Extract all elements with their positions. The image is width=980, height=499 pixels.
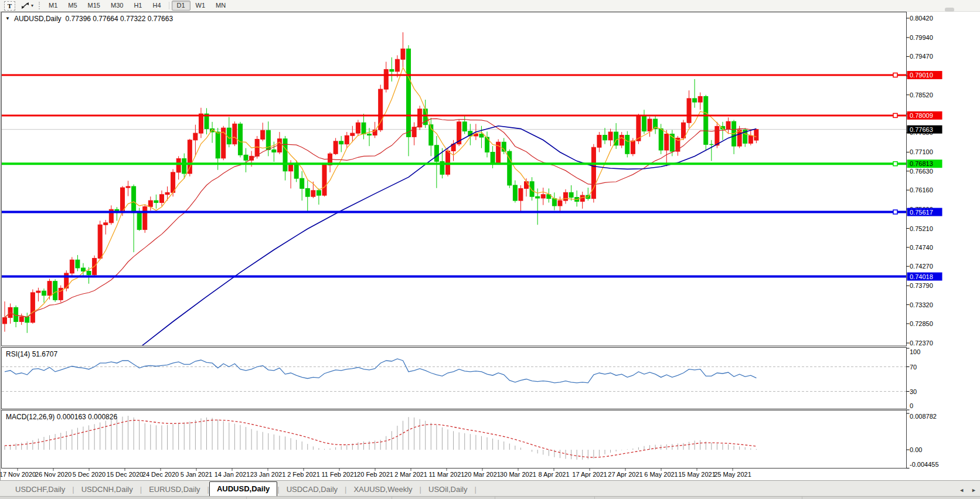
toolbar-grip (39, 2, 40, 9)
symbol-tabs: USDCHF,Daily|USDCNH,Daily|EURUSD,Daily|A… (8, 481, 477, 497)
svg-text:23 Jan 2021: 23 Jan 2021 (250, 471, 286, 478)
svg-text:0.73790: 0.73790 (910, 282, 933, 289)
price-line-handle[interactable] (893, 73, 897, 77)
svg-text:5 Dec 2020: 5 Dec 2020 (73, 471, 106, 478)
svg-text:100: 100 (910, 348, 920, 355)
svg-text:8 Apr 2021: 8 Apr 2021 (538, 471, 569, 478)
toolbar-sliver (945, 8, 954, 12)
toolbar: T ▾ M1M5M15M30H1H4D1W1MN (0, 0, 980, 12)
macd-indicator-label: MACD(12,26,9) 0.000163 0.000826 (6, 413, 117, 421)
price-line-handle[interactable] (893, 162, 897, 166)
svg-text:0.74740: 0.74740 (910, 244, 933, 251)
svg-text:15 Dec 2020: 15 Dec 2020 (107, 471, 143, 478)
tabs-scroll-right-button[interactable]: ► (971, 487, 976, 493)
svg-text:0.77100: 0.77100 (910, 148, 933, 155)
timeframe-button-h4[interactable]: H4 (147, 1, 166, 11)
svg-text:0.78520: 0.78520 (910, 91, 933, 99)
svg-text:2 Feb 2021: 2 Feb 2021 (287, 471, 320, 478)
symbol-tabbar: USDCHF,Daily|USDCNH,Daily|EURUSD,Daily|A… (0, 480, 980, 497)
price-line-handle[interactable] (893, 113, 897, 117)
svg-text:0.76160: 0.76160 (910, 186, 933, 194)
date-axis[interactable]: 17 Nov 202026 Nov 20205 Dec 202015 Dec 2… (0, 469, 751, 478)
tab-usdcad[interactable]: USDCAD,Daily (280, 483, 345, 497)
svg-text:20 Mar 2021: 20 Mar 2021 (464, 471, 501, 478)
tab-separator: | (474, 485, 476, 497)
timeframe-button-m1[interactable]: M1 (43, 1, 63, 11)
svg-text:0.008782: 0.008782 (910, 413, 937, 420)
arrange-windows-button[interactable]: ▾ (21, 2, 33, 9)
svg-text:0.79010: 0.79010 (910, 72, 933, 79)
svg-text:0.72850: 0.72850 (910, 320, 933, 327)
timeframe-button-group: M1M5M15M30H1H4D1W1MN (43, 1, 231, 11)
svg-text:11 Mar 2021: 11 Mar 2021 (429, 471, 465, 478)
pane-frames (2, 12, 907, 469)
trading-app-window: T ▾ M1M5M15M30H1H4D1W1MN ▼ AUDUSD,Daily … (0, 0, 980, 499)
svg-text:0.76813: 0.76813 (910, 160, 933, 167)
svg-text:0.78009: 0.78009 (910, 112, 933, 119)
chevron-down-icon: ▾ (31, 3, 33, 8)
arrange-icon (21, 2, 30, 9)
svg-text:14 Jan 2021: 14 Jan 2021 (215, 471, 250, 478)
timeframe-button-h1[interactable]: H1 (128, 1, 147, 11)
tab-usdchf[interactable]: USDCHF,Daily (8, 483, 72, 497)
svg-text:20 Feb 2021: 20 Feb 2021 (357, 471, 393, 478)
tab-audusd[interactable]: AUDUSD,Daily (209, 481, 277, 497)
svg-text:0.74018: 0.74018 (910, 273, 933, 280)
tabs-scroll-left-button[interactable]: ◄ (959, 487, 964, 493)
tab-xauusd[interactable]: XAUUSD,Weekly (346, 483, 419, 497)
svg-text:30: 30 (910, 388, 917, 395)
svg-text:30 Mar 2021: 30 Mar 2021 (500, 471, 536, 478)
svg-text:70: 70 (910, 364, 917, 371)
timeframe-button-m15[interactable]: M15 (83, 1, 106, 11)
svg-text:25 May 2021: 25 May 2021 (714, 471, 751, 478)
chart-canvas[interactable]: 0.804200.799400.794700.789900.785200.780… (0, 0, 980, 480)
svg-text:5 Jan 2021: 5 Jan 2021 (181, 471, 212, 478)
tab-usoil[interactable]: USOil,Daily (421, 483, 474, 497)
svg-text:11 Feb 2021: 11 Feb 2021 (322, 471, 358, 478)
svg-text:0: 0 (910, 402, 913, 409)
window-left-border (0, 11, 1, 496)
tab-usdcnh[interactable]: USDCNH,Daily (74, 483, 140, 497)
svg-text:-0.004455: -0.004455 (910, 461, 939, 468)
svg-text:0.75210: 0.75210 (910, 225, 933, 232)
collapse-triangle-icon[interactable]: ▼ (5, 16, 10, 21)
timeframe-button-w1[interactable]: W1 (190, 1, 211, 11)
timeframe-button-mn[interactable]: MN (210, 1, 231, 11)
svg-text:26 Nov 2020: 26 Nov 2020 (35, 471, 72, 478)
svg-text:0.73320: 0.73320 (910, 301, 933, 308)
svg-text:24 Dec 2020: 24 Dec 2020 (142, 471, 179, 478)
chart-title-symbol: AUDUSD,Daily (14, 15, 62, 23)
svg-text:0.79470: 0.79470 (910, 53, 933, 60)
svg-text:0.79940: 0.79940 (910, 34, 933, 41)
svg-text:17 Nov 2020: 17 Nov 2020 (0, 471, 36, 478)
price-axis[interactable]: 0.804200.799400.794700.789900.785200.780… (907, 15, 942, 347)
svg-text:0.80420: 0.80420 (910, 15, 933, 22)
svg-text:6 May 2021: 6 May 2021 (644, 471, 678, 478)
chart-title-ohlc: 0.77396 0.77664 0.77322 0.77663 (66, 15, 173, 23)
svg-text:0.75617: 0.75617 (910, 209, 933, 216)
timeframe-button-d1[interactable]: D1 (172, 1, 190, 11)
svg-text:0.76630: 0.76630 (910, 168, 933, 175)
rsi-indicator-label: RSI(14) 51.6707 (6, 350, 57, 358)
tab-eurusd[interactable]: EURUSD,Daily (142, 483, 207, 497)
timeframe-button-m5[interactable]: M5 (63, 1, 82, 11)
svg-text:15 May 2021: 15 May 2021 (678, 471, 716, 478)
svg-text:0.72370: 0.72370 (910, 340, 933, 347)
price-line-handle[interactable] (893, 210, 897, 214)
status-bar (0, 496, 980, 499)
svg-text:0.00: 0.00 (910, 446, 922, 453)
text-tool-button[interactable]: T (4, 1, 15, 11)
svg-text:0.77663: 0.77663 (910, 126, 933, 133)
svg-text:27 Apr 2021: 27 Apr 2021 (608, 471, 642, 478)
svg-text:2 Mar 2021: 2 Mar 2021 (394, 471, 427, 478)
svg-text:17 Apr 2021: 17 Apr 2021 (572, 471, 607, 478)
timeframe-button-m30[interactable]: M30 (106, 1, 128, 11)
svg-text:0.74270: 0.74270 (910, 263, 933, 270)
chart-title: ▼ AUDUSD,Daily 0.77396 0.77664 0.77322 0… (5, 15, 173, 23)
